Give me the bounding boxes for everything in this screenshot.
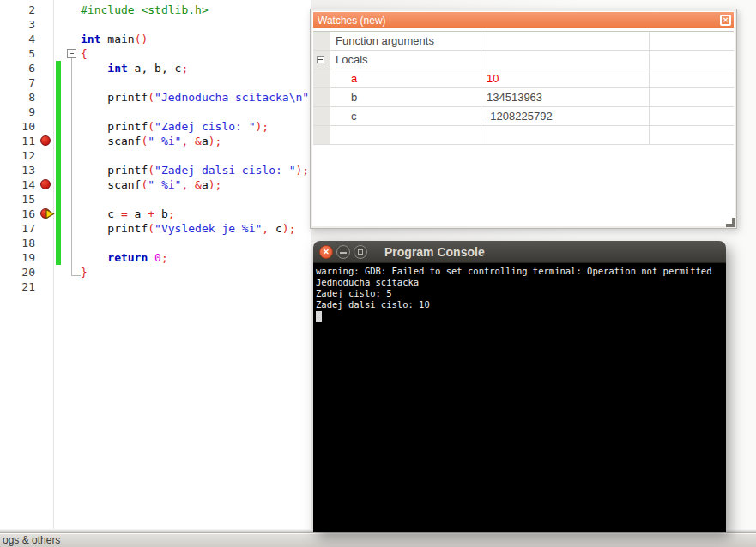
fold-margin[interactable] (65, 265, 81, 280)
code-line[interactable]: 11 scanf(" %i", &a); (0, 134, 311, 148)
code-line[interactable]: 8 printf("Jednoducha scitacka\n") (0, 90, 311, 105)
code-line[interactable]: 7 (0, 75, 311, 90)
resize-grip-icon[interactable] (726, 218, 735, 227)
line-marker-margin[interactable] (39, 148, 55, 163)
fold-margin[interactable] (65, 3, 81, 17)
line-number[interactable]: 13 (0, 163, 39, 177)
line-number[interactable]: 16 (0, 207, 39, 221)
breakpoint-icon[interactable] (40, 179, 51, 189)
watch-row[interactable]: b134513963 (313, 88, 734, 107)
line-marker-margin[interactable] (39, 17, 55, 32)
terminal-output[interactable]: warning: GDB: Failed to set controlling … (313, 263, 726, 532)
code-line[interactable]: 16 c = a + b; (0, 207, 311, 221)
line-marker-margin[interactable] (39, 61, 55, 75)
line-marker-margin[interactable] (39, 75, 55, 90)
code-line[interactable]: 9 (0, 105, 311, 119)
line-marker-margin[interactable] (39, 32, 55, 46)
line-number[interactable]: 6 (0, 61, 39, 75)
line-number[interactable]: 4 (0, 32, 39, 46)
fold-margin[interactable] (65, 280, 81, 294)
fold-margin[interactable] (65, 250, 81, 265)
fold-margin[interactable] (65, 119, 81, 134)
line-number[interactable]: 21 (0, 280, 39, 294)
line-number[interactable]: 8 (0, 90, 39, 105)
line-number[interactable]: 14 (0, 177, 39, 192)
fold-margin[interactable] (65, 207, 81, 221)
logs-panel-tab[interactable]: ogs & others (0, 533, 756, 547)
line-marker-margin[interactable] (39, 163, 55, 177)
code-line[interactable]: 21 (0, 280, 311, 294)
fold-margin[interactable] (65, 134, 81, 148)
watches-titlebar[interactable]: Watches (new) ✕ (313, 12, 734, 28)
watch-extra-cell[interactable] (650, 32, 734, 50)
maximize-button[interactable] (354, 245, 367, 259)
line-number[interactable]: 5 (0, 46, 39, 61)
code-line[interactable]: 13 printf("Zadej dalsi cislo: "); (0, 163, 311, 177)
code-line[interactable]: 2#include <stdlib.h> (0, 3, 311, 17)
console-titlebar[interactable]: ✕ Program Console (313, 241, 726, 263)
watch-name[interactable] (330, 126, 481, 144)
fold-margin[interactable] (65, 177, 81, 192)
watch-value[interactable] (481, 51, 650, 69)
fold-toggle-icon[interactable] (67, 49, 76, 58)
watch-row[interactable]: a10 (313, 69, 734, 88)
code-line[interactable]: 19 return 0; (0, 250, 311, 265)
watch-row[interactable]: Locals (313, 51, 734, 69)
watch-value[interactable] (481, 32, 650, 50)
watch-row[interactable]: c-1208225792 (313, 107, 734, 126)
watch-extra-cell[interactable] (650, 88, 734, 106)
watch-name[interactable]: c (330, 107, 481, 125)
line-marker-margin[interactable] (39, 192, 55, 207)
line-marker-margin[interactable] (39, 119, 55, 134)
fold-margin[interactable] (65, 61, 81, 75)
fold-margin[interactable] (65, 46, 81, 61)
watch-value[interactable]: 134513963 (481, 88, 650, 106)
fold-margin[interactable] (65, 236, 81, 250)
line-marker-margin[interactable] (39, 280, 55, 294)
fold-margin[interactable] (65, 148, 81, 163)
line-number[interactable]: 17 (0, 221, 39, 236)
line-marker-margin[interactable] (39, 265, 55, 280)
line-marker-margin[interactable] (39, 177, 55, 192)
line-number[interactable]: 10 (0, 119, 39, 134)
line-number[interactable]: 12 (0, 148, 39, 163)
fold-margin[interactable] (65, 192, 81, 207)
fold-margin[interactable] (65, 32, 81, 46)
fold-margin[interactable] (65, 90, 81, 105)
line-marker-margin[interactable] (39, 134, 55, 148)
fold-margin[interactable] (65, 221, 81, 236)
watch-extra-cell[interactable] (650, 126, 734, 144)
code-line[interactable]: 3 (0, 17, 311, 32)
fold-margin[interactable] (65, 163, 81, 177)
close-button[interactable]: ✕ (319, 245, 333, 259)
line-marker-margin[interactable] (39, 105, 55, 119)
code-editor[interactable]: 2#include <stdlib.h>34int main()5{6 int … (0, 0, 311, 533)
line-marker-margin[interactable] (39, 250, 55, 265)
collapse-icon[interactable] (317, 56, 324, 63)
line-number[interactable]: 9 (0, 105, 39, 119)
line-number[interactable]: 2 (0, 3, 39, 17)
breakpoint-icon[interactable] (40, 135, 51, 146)
line-marker-margin[interactable] (39, 90, 55, 105)
fold-margin[interactable] (65, 75, 81, 90)
line-number[interactable]: 20 (0, 265, 39, 280)
watch-extra-cell[interactable] (650, 107, 734, 125)
watch-name[interactable]: a (330, 69, 481, 87)
code-line[interactable]: 4int main() (0, 32, 311, 46)
line-number[interactable]: 19 (0, 250, 39, 265)
code-line[interactable]: 14 scanf(" %i", &a); (0, 177, 311, 192)
line-marker-margin[interactable] (39, 221, 55, 236)
line-number[interactable]: 15 (0, 192, 39, 207)
close-icon[interactable]: ✕ (720, 15, 731, 26)
line-number[interactable]: 18 (0, 236, 39, 250)
line-marker-margin[interactable] (39, 236, 55, 250)
code-line[interactable]: 6 int a, b, c; (0, 61, 311, 75)
watch-name[interactable]: b (330, 88, 481, 106)
watch-row[interactable]: Function arguments (313, 32, 734, 51)
watch-extra-cell[interactable] (650, 51, 734, 69)
fold-margin[interactable] (65, 17, 81, 32)
watch-extra-cell[interactable] (650, 69, 734, 87)
fold-margin[interactable] (65, 105, 81, 119)
code-line[interactable]: 17 printf("Vysledek je %i", c); (0, 221, 311, 236)
watch-value[interactable] (481, 126, 650, 144)
